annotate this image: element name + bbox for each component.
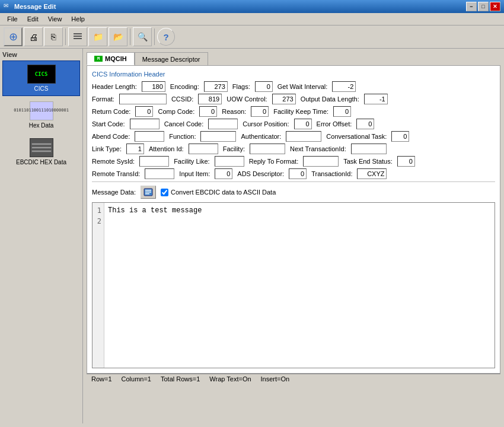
ads-descriptor-input[interactable] (289, 168, 307, 179)
output-data-length-label: Output Data Length: (301, 95, 359, 103)
convert-label: Convert EBCDIC data to ASCII Data (161, 189, 276, 196)
transaction-id-label: TransactionId: (311, 170, 352, 177)
svg-rect-4 (145, 190, 151, 191)
tab-panel-mqcih: CICS Information Header Header Length: E… (87, 65, 500, 374)
output-data-length-input[interactable] (364, 94, 388, 104)
format-input[interactable] (119, 94, 167, 104)
uow-control-label: UOW Control: (227, 95, 267, 103)
facility-like-input[interactable] (215, 156, 244, 167)
move-up-button[interactable] (68, 27, 87, 46)
header-length-input[interactable] (142, 81, 165, 92)
menu-bar: File Edit View Help (0, 13, 504, 26)
sidebar-item-hex-label: Hex Data (29, 122, 54, 129)
toolbar: ⊕ 🖨 ⎘ 📁 📂 🔍 ? (0, 26, 504, 49)
tab-mqcih[interactable]: M MQCIH (87, 52, 135, 65)
app-icon: ✉ (4, 2, 12, 11)
next-transaction-id-input[interactable] (351, 144, 387, 154)
menu-edit[interactable]: Edit (23, 14, 43, 24)
flags-input[interactable] (255, 81, 273, 92)
link-type-input[interactable] (126, 144, 144, 154)
content-area: M MQCIH Message Descriptor CICS Informat… (83, 49, 504, 423)
sidebar-item-cics[interactable]: CICS CICS (2, 60, 80, 96)
tab-bar: M MQCIH Message Descriptor (87, 52, 500, 65)
transaction-id-input[interactable] (357, 168, 387, 179)
return-code-input[interactable] (135, 106, 153, 117)
menu-view[interactable]: View (43, 14, 67, 24)
section-title: CICS Information Header (92, 71, 495, 78)
sidebar: View CICS CICS 010110 110011 101000 0001… (0, 49, 83, 423)
sidebar-item-ebcdic[interactable]: EBCDIC HEX Data (2, 134, 80, 170)
tab-mqcih-label: MQCIH (105, 55, 127, 62)
svg-rect-0 (74, 33, 82, 34)
reason-label: Reason: (222, 108, 246, 115)
get-wait-interval-label: Get Wait Interval: (277, 83, 328, 90)
cursor-position-input[interactable] (294, 119, 312, 129)
task-end-status-label: Task End Status: (343, 158, 393, 165)
cut-button[interactable]: 📁 (88, 27, 107, 46)
editor-content[interactable]: This is a test message (104, 203, 495, 368)
menu-help[interactable]: Help (66, 14, 90, 24)
message-data-label: Message Data: (92, 189, 136, 196)
facility-keep-time-label: Facility Keep Time: (273, 108, 328, 115)
header-length-label: Header Length: (92, 83, 137, 90)
line-numbers: 1 2 (92, 203, 104, 368)
sidebar-item-cics-label: CICS (34, 85, 49, 92)
maximize-button[interactable]: □ (478, 2, 489, 11)
authenticator-input[interactable] (286, 131, 321, 142)
attention-id-label: Attention Id: (149, 145, 184, 152)
help-button[interactable]: ? (157, 28, 175, 46)
facility-input[interactable] (250, 144, 285, 154)
new-button[interactable]: ⊕ (4, 27, 23, 46)
facility-label: Facility: (223, 145, 245, 152)
mqcih-icon: M (94, 56, 103, 62)
reason-input[interactable] (251, 106, 269, 117)
message-data-icon-button[interactable] (141, 186, 156, 199)
status-column: Column=1 (122, 375, 151, 383)
uow-control-input[interactable] (272, 94, 296, 104)
remote-transid-input[interactable] (145, 168, 174, 179)
cancel-code-label: Cancel Code: (164, 120, 204, 128)
convert-checkbox[interactable] (161, 189, 168, 196)
reply-to-format-input[interactable] (303, 156, 339, 167)
get-wait-interval-input[interactable] (332, 81, 356, 92)
copy-button[interactable]: ⎘ (44, 27, 63, 46)
facility-keep-time-input[interactable] (333, 106, 351, 117)
svg-rect-2 (74, 38, 82, 39)
sidebar-item-hex-data[interactable]: 010110 110011 101000 0001 Hex Data (2, 97, 80, 133)
main-area: View CICS CICS 010110 110011 101000 0001… (0, 49, 504, 423)
menu-file[interactable]: File (2, 14, 23, 24)
return-code-label: Return Code: (92, 108, 130, 115)
paste-button[interactable]: 📂 (109, 27, 127, 46)
start-code-label: Start Code: (92, 120, 125, 128)
ads-descriptor-label: ADS Descriptor: (237, 170, 284, 177)
title-bar: ✉ Message Edit − □ ✕ (0, 0, 504, 13)
start-code-input[interactable] (130, 119, 160, 129)
svg-rect-5 (145, 192, 151, 193)
function-input[interactable] (200, 131, 236, 142)
encoding-input[interactable] (204, 81, 228, 92)
window-title: Message Edit (14, 3, 466, 10)
link-type-label: Link Type: (92, 145, 122, 152)
remote-transid-label: Remote TransId: (92, 170, 140, 177)
conversational-task-input[interactable] (391, 131, 409, 142)
task-end-status-input[interactable] (397, 156, 415, 167)
error-offset-label: Error Offset: (317, 120, 352, 128)
tab-message-descriptor[interactable]: Message Descriptor (135, 52, 208, 65)
input-item-input[interactable] (215, 168, 232, 179)
attention-id-input[interactable] (189, 144, 218, 154)
ccsid-input[interactable] (198, 94, 222, 104)
facility-like-label: Facility Like: (174, 158, 210, 165)
comp-code-input[interactable] (199, 106, 217, 117)
find-button[interactable]: 🔍 (133, 27, 152, 46)
minimize-button[interactable]: − (466, 2, 477, 11)
next-transaction-id-label: Next TransactionId: (290, 145, 346, 152)
remote-sysid-input[interactable] (139, 156, 169, 167)
print-button[interactable]: 🖨 (24, 27, 43, 46)
encoding-label: Encoding: (170, 83, 199, 90)
close-button[interactable]: ✕ (490, 2, 500, 11)
error-offset-input[interactable] (356, 119, 374, 129)
cancel-code-input[interactable] (208, 119, 238, 129)
function-label: Function: (169, 133, 196, 140)
cics-icon: CICS (27, 65, 56, 84)
abend-code-input[interactable] (135, 131, 164, 142)
